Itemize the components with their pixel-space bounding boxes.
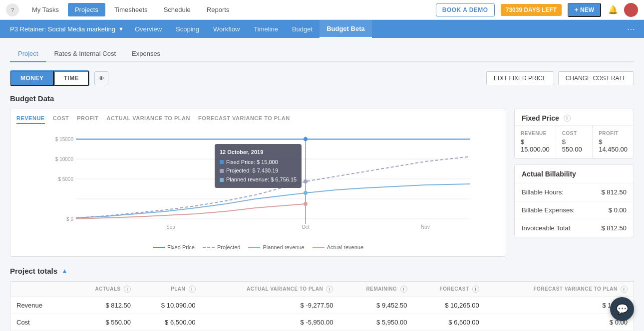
billable-hours-value: $ 812.50 (601, 188, 627, 196)
top-nav: ? My Tasks Projects Timesheets Schedule … (0, 0, 644, 20)
svg-text:Sep: Sep (166, 224, 175, 230)
collapse-icon[interactable]: ▲ (61, 267, 68, 275)
row-plan-revenue: $ 10,090.00 (137, 297, 202, 314)
invoiceable-total-label: Invoiceable Total: (522, 224, 572, 232)
money-toggle[interactable]: MONEY (10, 71, 54, 86)
col-forecast-variance: FORECAST VARIANCE TO PLAN i (485, 282, 634, 297)
chart-legend: Fixed Price Projected Planned revenue Ac… (16, 244, 500, 250)
table-row: Revenue $ 812.50 $ 10,090.00 $ -9,277.50… (10, 297, 634, 314)
row-actuals-cost: $ 550.00 (70, 314, 137, 331)
chart-tab-profit[interactable]: PROFIT (77, 115, 98, 124)
revenue-chart: $ 15000 $ 10000 $ 5000 $ 0 Sep Oct Nov (16, 129, 500, 239)
tab-scoping[interactable]: Scoping (169, 20, 206, 38)
col-forecast: FORECAST i (413, 282, 485, 297)
time-toggle[interactable]: TIME (54, 71, 89, 86)
col-remaining: REMAINING i (339, 282, 413, 297)
svg-text:$ 0: $ 0 (66, 216, 73, 222)
svg-text:Nov: Nov (421, 224, 430, 230)
row-remaining-cost: $ 5,950.00 (339, 314, 413, 331)
project-bar: P3 Retainer: Social Media marketing ▼ Ov… (0, 20, 644, 38)
subtab-rates[interactable]: Rates & Internal Cost (46, 46, 124, 62)
remaining-info-icon[interactable]: i (400, 286, 407, 293)
chart-tab-forecast-variance[interactable]: FORECAST VARIANCE TO PLAN (198, 115, 290, 124)
svg-text:Oct: Oct (302, 224, 310, 230)
nav-reports[interactable]: Reports (200, 3, 237, 16)
project-name[interactable]: P3 Retainer: Social Media marketing ▼ (6, 25, 128, 33)
nav-projects[interactable]: Projects (68, 3, 105, 16)
visibility-icon[interactable]: 👁 (94, 71, 108, 85)
book-demo-button[interactable]: BOOK A DEMO (436, 3, 495, 16)
content-row: REVENUE COST PROFIT ACTUAL VARIANCE TO P… (10, 109, 634, 257)
fp-cost: COST $ 550.00 (556, 126, 593, 158)
fixed-price-row: REVENUE $ 15,000.00 COST $ 550.00 PROFIT… (515, 126, 634, 158)
nav-schedule[interactable]: Schedule (157, 3, 198, 16)
row-actual-variance-revenue: $ -9,277.50 (202, 297, 339, 314)
row-forecast-revenue: $ 10,265.00 (413, 297, 485, 314)
row-plan-cost: $ 6,500.00 (137, 314, 202, 331)
chevron-down-icon: ▼ (118, 26, 124, 32)
plan-info-icon[interactable]: i (189, 286, 196, 293)
right-buttons: EDIT FIXED PRICE CHANGE COST RATE (486, 71, 634, 85)
col-actuals: ACTUALS i (70, 282, 137, 297)
project-totals-section: Project totals ▲ ACTUALS i PLAN i ACTUAL… (10, 267, 634, 331)
chart-container: REVENUE COST PROFIT ACTUAL VARIANCE TO P… (10, 109, 506, 257)
subtab-project[interactable]: Project (10, 46, 46, 62)
svg-text:$ 10000: $ 10000 (55, 157, 74, 162)
chart-section: REVENUE COST PROFIT ACTUAL VARIANCE TO P… (10, 109, 506, 257)
invoiceable-total-value: $ 812.50 (601, 224, 627, 232)
view-toggle: MONEY TIME (10, 70, 89, 86)
col-plan: PLAN i (137, 282, 202, 297)
more-options-icon[interactable]: ⋯ (624, 24, 638, 34)
row-forecast-cost: $ 6,500.00 (413, 314, 485, 331)
totals-table: ACTUALS i PLAN i ACTUAL VARIANCE TO PLAN… (10, 281, 634, 331)
app-logo: ? (6, 3, 19, 16)
svg-text:$ 15000: $ 15000 (55, 137, 74, 142)
edit-fixed-price-button[interactable]: EDIT FIXED PRICE (486, 71, 554, 85)
project-totals-header: Project totals ▲ (10, 267, 634, 275)
billable-hours-row: Billable Hours: $ 812.50 (515, 183, 634, 201)
fixed-price-box: Fixed Price i REVENUE $ 15,000.00 COST $… (514, 109, 634, 159)
tab-timeline[interactable]: Timeline (247, 20, 285, 38)
forecast-info-icon[interactable]: i (472, 286, 479, 293)
svg-text:$ 5000: $ 5000 (58, 176, 73, 182)
row-label-revenue: Revenue (10, 297, 70, 314)
tab-budget-beta[interactable]: Budget Beta (320, 20, 372, 38)
tab-overview[interactable]: Overview (128, 20, 169, 38)
legend-fixed-price: Fixed Price (153, 244, 195, 250)
chart-tab-revenue[interactable]: REVENUE (16, 115, 45, 124)
svg-point-17 (304, 191, 308, 195)
chart-svg-wrapper: $ 15000 $ 10000 $ 5000 $ 0 Sep Oct Nov (16, 129, 500, 240)
right-panel: Fixed Price i REVENUE $ 15,000.00 COST $… (514, 109, 634, 257)
chart-tab-cost[interactable]: COST (53, 115, 69, 124)
change-cost-rate-button[interactable]: CHANGE COST RATE (558, 71, 634, 85)
chart-tab-actual-variance[interactable]: ACTUAL VARIANCE TO PLAN (107, 115, 190, 124)
forecast-variance-info-icon[interactable]: i (621, 286, 628, 293)
svg-point-15 (304, 137, 308, 141)
billable-expenses-label: Billable Expenses: (522, 206, 575, 214)
row-forecast-variance-cost: $ 0.00 (485, 314, 634, 331)
row-actuals-revenue: $ 812.50 (70, 297, 137, 314)
new-button[interactable]: + NEW (568, 3, 601, 17)
legend-projected: Projected (203, 244, 240, 250)
tab-workflow[interactable]: Workflow (206, 20, 247, 38)
billable-expenses-row: Billable Expenses: $ 0.00 (515, 201, 634, 219)
col-actual-variance: ACTUAL VARIANCE TO PLAN i (202, 282, 339, 297)
actual-variance-info-icon[interactable]: i (326, 286, 333, 293)
fixed-price-header: Fixed Price i (515, 109, 634, 126)
nav-mytasks[interactable]: My Tasks (25, 3, 66, 16)
fixed-price-info-icon[interactable]: i (564, 115, 571, 122)
nav-timesheets[interactable]: Timesheets (107, 3, 155, 16)
user-avatar[interactable] (624, 3, 638, 17)
subtab-expenses[interactable]: Expenses (124, 46, 168, 62)
actuals-info-icon[interactable]: i (124, 286, 131, 293)
chat-button[interactable]: 💬 (610, 297, 634, 321)
svg-point-16 (304, 179, 308, 183)
tab-budget[interactable]: Budget (285, 20, 320, 38)
billable-hours-label: Billable Hours: (522, 188, 564, 196)
main-content: Project Rates & Internal Cost Expenses M… (0, 38, 644, 331)
project-tabs: Overview Scoping Workflow Timeline Budge… (128, 20, 624, 38)
col-label (10, 282, 70, 297)
notifications-icon[interactable]: 🔔 (606, 3, 620, 17)
fp-profit: PROFIT $ 14,450.00 (593, 126, 634, 158)
billable-expenses-value: $ 0.00 (609, 206, 627, 214)
